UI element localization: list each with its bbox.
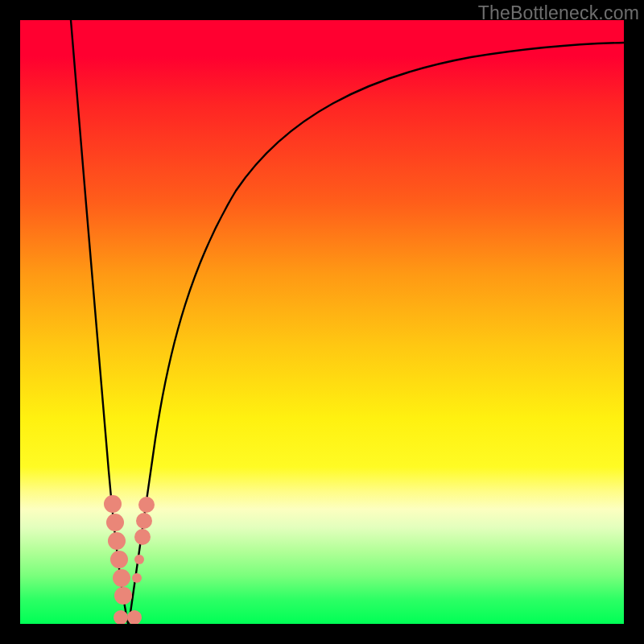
marker-dot: [104, 495, 122, 513]
marker-dot: [114, 587, 132, 605]
marker-dot: [132, 573, 142, 583]
chart-frame: TheBottleneck.com: [0, 0, 644, 644]
marker-cluster: [104, 495, 155, 624]
marker-dot: [113, 569, 130, 587]
marker-dot: [110, 551, 128, 568]
marker-dot: [138, 497, 155, 513]
marker-dot: [136, 513, 152, 529]
curve-right-branch: [129, 43, 624, 624]
plot-area: [20, 20, 624, 624]
marker-dot: [134, 555, 144, 564]
marker-dot: [127, 610, 142, 624]
marker-dot: [106, 514, 124, 531]
marker-dot: [134, 529, 151, 545]
curve-layer: [20, 20, 624, 624]
marker-dot: [108, 532, 126, 550]
